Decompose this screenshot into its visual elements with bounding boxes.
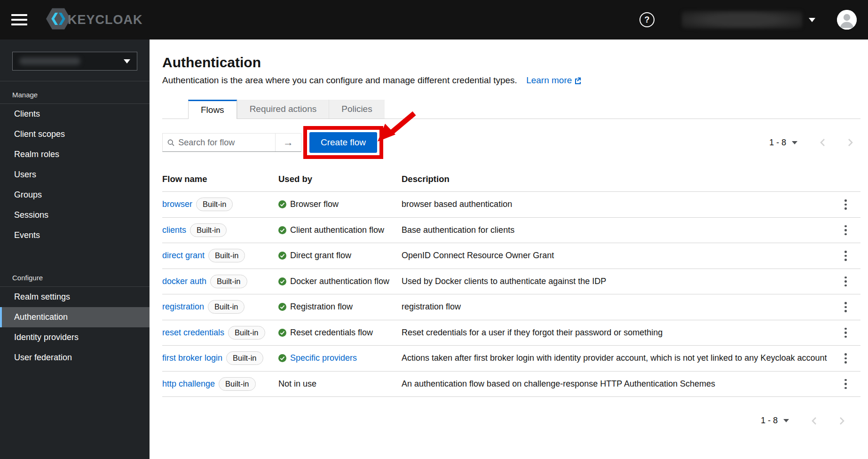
table-row: http challengeBuilt-inNot in useAn authe… [162, 371, 860, 397]
used-by-text: Direct grant flow [290, 251, 351, 261]
next-page-chevron-icon[interactable] [847, 138, 854, 147]
flow-description: OpenID Connect Resource Owner Grant [402, 243, 840, 269]
row-kebab-menu-icon[interactable] [842, 222, 850, 238]
flow-name-link[interactable]: reset credentials [162, 328, 224, 337]
sidebar-item-identity-providers[interactable]: Identity providers [0, 327, 150, 348]
table-row: reset credentialsBuilt-inReset credentia… [162, 320, 860, 346]
pagination-range-dropdown[interactable]: 1 - 8 [761, 416, 789, 426]
tab-bar: FlowsRequired actionsPolicies [162, 100, 860, 119]
sidebar-item-client-scopes[interactable]: Client scopes [0, 124, 150, 144]
user-avatar-icon[interactable] [837, 10, 857, 30]
tab-flows[interactable]: Flows [188, 100, 237, 119]
flow-description: browser based authentication [402, 192, 840, 218]
sidebar-item-authentication[interactable]: Authentication [0, 307, 150, 327]
tab-policies[interactable]: Policies [329, 100, 384, 119]
search-icon [167, 139, 174, 147]
success-check-icon [278, 200, 286, 208]
sidebar-item-sessions[interactable]: Sessions [0, 205, 150, 225]
pagination-caret-down-icon [783, 419, 789, 422]
page-title: Authentication [162, 55, 860, 71]
built-in-badge: Built-in [210, 275, 247, 288]
pagination-caret-down-icon [792, 141, 797, 144]
sidebar-item-events[interactable]: Events [0, 225, 150, 245]
row-kebab-menu-icon[interactable] [842, 350, 850, 366]
pagination-top: 1 - 8 [769, 138, 854, 148]
flows-table: Flow name Used by Description browserBui… [162, 167, 860, 397]
column-header-flow-name: Flow name [162, 167, 278, 192]
used-by-text: Client authentication flow [290, 225, 384, 235]
built-in-badge: Built-in [228, 326, 265, 340]
used-by-link[interactable]: Specific providers [290, 353, 357, 363]
success-check-icon [278, 354, 286, 362]
username-blurred [682, 11, 802, 29]
previous-page-chevron-icon[interactable] [811, 416, 817, 426]
row-kebab-menu-icon[interactable] [842, 248, 850, 264]
flow-name-link[interactable]: browser [162, 199, 192, 209]
built-in-badge: Built-in [226, 351, 263, 365]
success-check-icon [278, 277, 286, 285]
row-kebab-menu-icon[interactable] [842, 325, 850, 341]
pagination-range-label: 1 - 8 [769, 138, 786, 148]
table-row: clientsBuilt-inClient authentication flo… [162, 217, 860, 243]
built-in-badge: Built-in [208, 249, 245, 262]
realm-name-blurred [19, 57, 80, 65]
table-row: registrationBuilt-inRegistration flowreg… [162, 294, 860, 320]
create-flow-button[interactable]: Create flow [309, 132, 377, 153]
sidebar-item-users[interactable]: Users [0, 165, 150, 185]
flow-name-link[interactable]: http challenge [162, 379, 215, 388]
realm-selector[interactable] [12, 52, 137, 71]
nav-section-title: Configure [0, 264, 150, 286]
pagination-range-dropdown[interactable]: 1 - 8 [769, 138, 797, 148]
built-in-badge: Built-in [190, 223, 227, 237]
help-icon[interactable]: ? [639, 12, 655, 27]
row-kebab-menu-icon[interactable] [842, 274, 850, 290]
table-row: direct grantBuilt-inDirect grant flowOpe… [162, 243, 860, 269]
built-in-badge: Built-in [196, 198, 233, 211]
column-header-description: Description [402, 167, 840, 192]
tab-required-actions[interactable]: Required actions [237, 100, 329, 119]
sidebar: ManageClientsClient scopesRealm rolesUse… [0, 40, 150, 459]
learn-more-link[interactable]: Learn more [526, 75, 582, 85]
pagination-bottom: 1 - 8 [162, 416, 845, 426]
search-submit-arrow-icon[interactable]: → [275, 134, 301, 151]
previous-page-chevron-icon[interactable] [819, 138, 826, 147]
keycloak-brand: KEYCLOAK [46, 7, 143, 32]
user-menu-caret-icon[interactable] [809, 16, 815, 24]
used-by-text: Docker authentication flow [290, 277, 389, 286]
flow-name-link[interactable]: clients [162, 225, 186, 235]
flow-name-link[interactable]: docker auth [162, 277, 206, 286]
page-description-text: Authentication is the area where you can… [162, 75, 517, 85]
nav-section-title: Manage [0, 81, 150, 103]
nav-section-manage: ManageClientsClient scopesRealm rolesUse… [0, 81, 150, 245]
success-check-icon [278, 226, 286, 234]
sidebar-item-groups[interactable]: Groups [0, 185, 150, 205]
sidebar-item-realm-settings[interactable]: Realm settings [0, 287, 150, 307]
sidebar-item-realm-roles[interactable]: Realm roles [0, 144, 150, 165]
row-kebab-menu-icon[interactable] [842, 197, 850, 213]
masthead: KEYCLOAK ? [0, 0, 868, 40]
sidebar-item-user-federation[interactable]: User federation [0, 348, 150, 368]
success-check-icon [278, 252, 286, 260]
row-kebab-menu-icon[interactable] [842, 299, 850, 315]
sidebar-item-clients[interactable]: Clients [0, 104, 150, 124]
flow-name-link[interactable]: first broker login [162, 353, 222, 363]
next-page-chevron-icon[interactable] [839, 416, 845, 426]
used-by-text: Browser flow [290, 199, 339, 209]
search-input[interactable] [178, 138, 270, 148]
main-content: Authentication Authentication is the are… [150, 40, 868, 459]
flow-description: registration flow [402, 294, 840, 320]
flow-description: Used by Docker clients to authenticate a… [402, 269, 840, 294]
brand-title: KEYCLOAK [68, 13, 143, 27]
hamburger-menu-icon[interactable] [11, 14, 27, 25]
toolbar: → Create flow 1 - 8 [162, 124, 860, 161]
flow-name-link[interactable]: direct grant [162, 251, 205, 260]
built-in-badge: Built-in [208, 300, 245, 314]
nav-section-configure: ConfigureRealm settingsAuthenticationIde… [0, 264, 150, 368]
flow-description: Reset credentials for a user if they for… [402, 320, 840, 346]
flow-description: Base authentication for clients [402, 217, 840, 243]
flow-name-link[interactable]: registration [162, 302, 204, 311]
used-by-text: Not in use [278, 379, 316, 389]
column-header-used-by: Used by [278, 167, 402, 192]
row-kebab-menu-icon[interactable] [842, 376, 850, 392]
success-check-icon [278, 303, 286, 311]
